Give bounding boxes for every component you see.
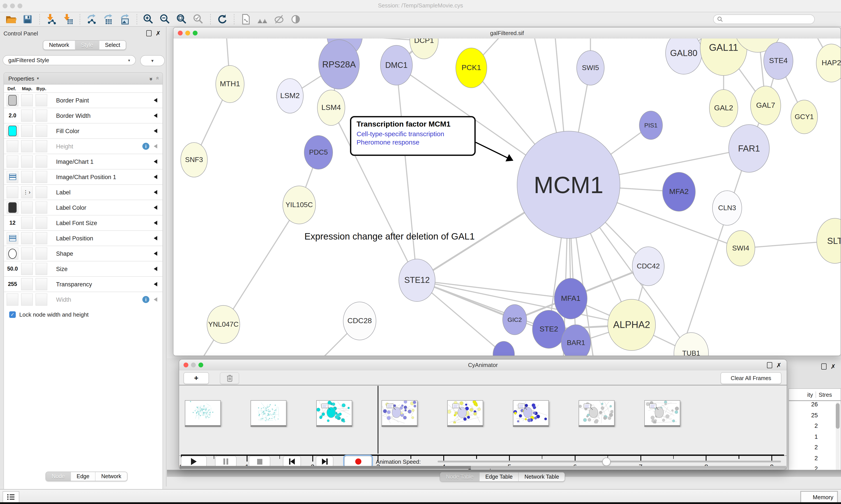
tab-edge-table[interactable]: Edge Table <box>479 472 518 481</box>
property-def-cell[interactable]: 12 <box>6 217 18 229</box>
network-node-pis1[interactable]: PIS1 <box>639 111 663 140</box>
tab-edge[interactable]: Edge <box>71 472 95 481</box>
property-def-cell[interactable]: 50.0 <box>6 263 18 275</box>
tab-network[interactable]: Network <box>43 41 75 50</box>
expand-arrow-icon[interactable] <box>154 297 157 302</box>
add-frame-button[interactable]: + <box>183 372 209 384</box>
property-row[interactable]: Border Paint <box>4 92 162 108</box>
property-row[interactable]: Fill Color <box>4 123 162 138</box>
network-node-cdc28[interactable]: CDC28 <box>343 302 376 340</box>
timeline-playhead[interactable] <box>378 386 378 454</box>
annotation-link[interactable]: Pheromone response <box>357 138 469 146</box>
task-history-button[interactable] <box>3 491 19 503</box>
property-def-cell[interactable] <box>6 186 18 198</box>
checkbox-checked-icon[interactable] <box>9 311 16 318</box>
frame-thumbnail-0s[interactable] <box>185 400 221 426</box>
property-map-cell[interactable] <box>21 156 33 168</box>
network-window-titlebar[interactable]: galFiltered.sif <box>174 28 841 39</box>
cyanimator-timeline[interactable]: Seconds 0123456789 <box>179 385 787 456</box>
skip-to-end-button[interactable] <box>316 456 333 467</box>
property-map-cell[interactable] <box>21 278 33 290</box>
tab-network-table[interactable]: Network Table <box>518 472 565 481</box>
property-row[interactable]: 50.0Size <box>4 261 162 276</box>
property-row[interactable]: Width <box>4 292 162 307</box>
float-panel-icon[interactable] <box>146 30 152 36</box>
network-node-gcy1[interactable]: GCY1 <box>791 100 818 134</box>
search-input[interactable] <box>723 16 808 23</box>
network-node-gal2[interactable]: GAL2 <box>709 89 738 127</box>
skip-to-start-button[interactable] <box>283 456 301 467</box>
property-row[interactable]: Label Color <box>4 200 162 215</box>
network-node-pdc5[interactable]: PDC5 <box>304 135 333 169</box>
expand-all-icon[interactable]: » <box>154 77 160 79</box>
save-session-icon[interactable] <box>21 13 34 25</box>
new-table-icon[interactable] <box>102 13 115 25</box>
annotation-link[interactable]: Cell-type-specific transcription <box>357 130 469 138</box>
tab-style[interactable]: Style <box>75 41 99 50</box>
frame-thumbnail-7s[interactable] <box>644 400 680 426</box>
expand-arrow-icon[interactable] <box>154 267 157 271</box>
network-node-mfa2[interactable]: MFA2 <box>662 172 696 212</box>
property-byp-cell[interactable] <box>35 140 47 152</box>
frame-thumbnail-6s[interactable] <box>579 400 614 426</box>
float-panel-icon[interactable] <box>767 362 772 368</box>
property-map-cell[interactable] <box>21 293 33 306</box>
export-image-icon[interactable] <box>118 13 131 25</box>
property-map-cell[interactable] <box>21 217 33 229</box>
expand-arrow-icon[interactable] <box>154 159 157 164</box>
property-def-cell[interactable]: 255 <box>6 278 18 290</box>
property-map-cell[interactable] <box>21 109 33 122</box>
network-node-gal7[interactable]: GAL7 <box>750 86 781 125</box>
memory-button[interactable]: Memory <box>800 491 838 503</box>
expand-arrow-icon[interactable] <box>154 98 157 103</box>
property-row[interactable]: 12Label Font Size <box>4 215 162 230</box>
property-def-cell[interactable] <box>6 140 18 152</box>
property-map-cell[interactable] <box>21 140 33 152</box>
property-map-cell[interactable] <box>21 201 33 214</box>
property-row[interactable]: Height <box>4 138 162 154</box>
delete-frame-button[interactable] <box>220 372 239 384</box>
network-node-ste12[interactable]: STE12 <box>399 259 435 302</box>
property-def-cell[interactable] <box>6 125 18 137</box>
collapse-all-icon[interactable]: » <box>148 77 155 79</box>
network-node-yil105c[interactable]: YIL105C <box>283 186 316 224</box>
lock-size-row[interactable]: Lock node width and height <box>4 307 162 318</box>
float-panel-icon[interactable] <box>822 363 827 370</box>
property-row[interactable]: ⋮›Label <box>4 184 162 200</box>
expand-arrow-icon[interactable] <box>154 221 157 225</box>
tab-network-bottom[interactable]: Network <box>95 472 127 481</box>
property-map-cell[interactable] <box>21 171 33 183</box>
frame-thumbnail-4s[interactable] <box>447 400 483 426</box>
expand-arrow-icon[interactable] <box>154 205 157 210</box>
network-node-far1[interactable]: FAR1 <box>729 124 770 173</box>
network-node-dmc1[interactable]: DMC1 <box>380 45 413 85</box>
property-row[interactable]: 2.0Border Width <box>4 108 162 123</box>
network-node-cdc42[interactable]: CDC42 <box>632 247 664 286</box>
property-row[interactable]: Shape <box>4 246 162 261</box>
network-node-pck1[interactable]: PCK1 <box>455 48 487 88</box>
expand-arrow-icon[interactable] <box>154 175 157 179</box>
property-byp-cell[interactable] <box>35 171 47 183</box>
property-byp-cell[interactable] <box>35 125 47 137</box>
property-byp-cell[interactable] <box>35 247 47 260</box>
animation-speed-slider[interactable] <box>437 461 781 463</box>
expand-arrow-icon[interactable] <box>154 190 157 194</box>
property-def-cell[interactable] <box>6 201 18 214</box>
property-byp-cell[interactable] <box>35 109 47 122</box>
property-map-cell[interactable] <box>21 263 33 275</box>
frame-thumbnail-3s[interactable] <box>382 400 418 426</box>
table-row[interactable]: 26 <box>789 401 841 412</box>
network-node-cln3[interactable]: CLN3 <box>712 191 742 226</box>
property-def-cell[interactable] <box>6 232 18 244</box>
refresh-icon[interactable] <box>215 13 229 25</box>
property-byp-cell[interactable] <box>35 293 47 306</box>
property-byp-cell[interactable] <box>35 201 47 214</box>
new-network-icon[interactable] <box>85 13 98 25</box>
network-node-rps28a[interactable]: RPS28A <box>319 39 360 89</box>
close-panel-icon[interactable]: ✗ <box>776 363 782 368</box>
table-row[interactable]: 2 <box>789 455 841 466</box>
property-map-cell[interactable] <box>21 247 33 260</box>
close-panel-icon[interactable]: ✗ <box>831 364 836 369</box>
table-row[interactable]: 25 <box>789 412 841 422</box>
property-byp-cell[interactable] <box>35 263 47 275</box>
